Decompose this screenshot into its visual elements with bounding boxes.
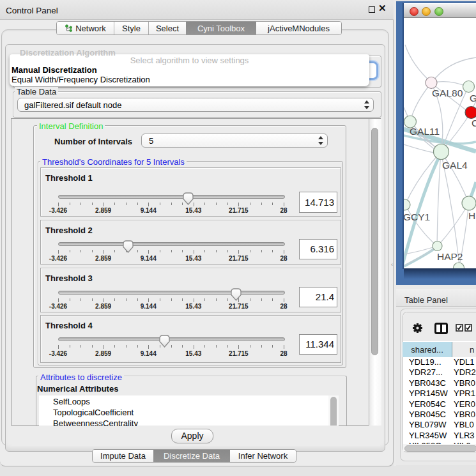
svg-text:GAL80: GAL80 [432,88,463,98]
svg-text:GCY1: GCY1 [404,211,430,222]
svg-text:GAL11: GAL11 [410,126,440,137]
svg-text:GAL4: GAL4 [442,160,468,171]
svg-text:H: H [468,210,475,221]
svg-text:C: C [472,118,476,128]
svg-text:HAP2: HAP2 [437,251,463,262]
svg-text:GA: GA [470,93,476,104]
